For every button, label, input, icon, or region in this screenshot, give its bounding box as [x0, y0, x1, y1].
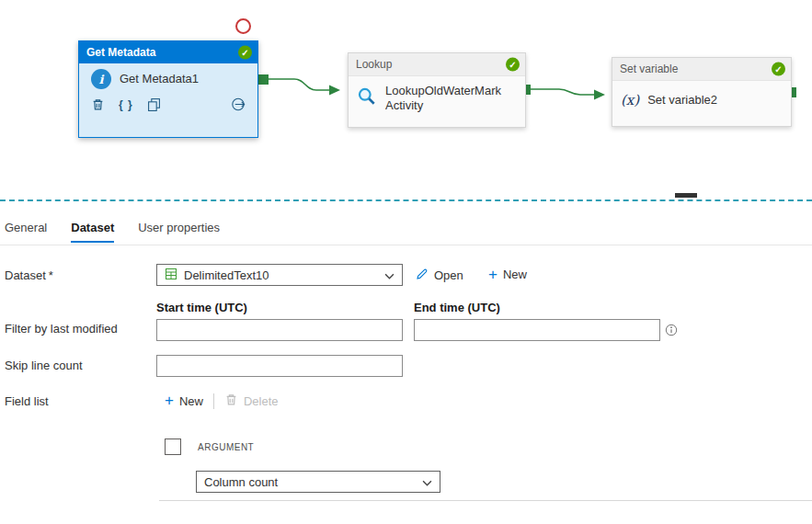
- set-variable-icon: (x): [621, 92, 639, 108]
- activity-header[interactable]: Set variable ✓: [612, 58, 791, 81]
- delete-activity-icon[interactable]: [91, 97, 105, 111]
- plus-icon: +: [165, 394, 174, 407]
- success-check-icon: ✓: [772, 63, 785, 76]
- dataset-selected-value: DelimitedText10: [184, 268, 269, 282]
- connector-arrow-icon: [594, 90, 605, 100]
- start-time-header: Start time (UTC): [156, 301, 247, 314]
- activity-lookup[interactable]: Lookup ✓ LookupOldWaterMark Activity: [348, 52, 526, 128]
- skip-line-count-input[interactable]: [156, 355, 403, 377]
- new-dataset-button[interactable]: + New: [488, 268, 527, 281]
- dataset-label: Dataset*: [5, 268, 53, 282]
- delete-field-button[interactable]: Delete: [224, 393, 279, 409]
- toolbar-divider: [213, 393, 214, 409]
- lookup-icon: [357, 86, 377, 110]
- tabs-divider: [0, 245, 812, 245]
- activity-header[interactable]: Get Metadata ✓: [79, 41, 257, 63]
- success-check-icon: ✓: [238, 46, 252, 60]
- tab-general[interactable]: General: [5, 221, 47, 243]
- row-divider: [159, 500, 812, 501]
- chevron-down-icon: [384, 268, 395, 282]
- activity-get-metadata[interactable]: Get Metadata ✓ i Get Metadata1 { }: [78, 40, 258, 138]
- splitter-handle[interactable]: [675, 193, 697, 198]
- argument-value-dropdown[interactable]: Column count: [196, 471, 440, 493]
- get-metadata-icon: i: [91, 69, 111, 89]
- filter-by-last-modified-label: Filter by last modified: [5, 322, 118, 336]
- tab-dataset[interactable]: Dataset: [71, 221, 114, 243]
- new-field-button[interactable]: + New: [165, 394, 203, 408]
- dataset-dropdown[interactable]: DelimitedText10: [156, 264, 403, 286]
- skip-line-count-label: Skip line count: [5, 359, 83, 372]
- panel-splitter[interactable]: [0, 199, 812, 201]
- field-list-label: Field list: [5, 394, 49, 408]
- success-check-icon: ✓: [506, 58, 520, 72]
- output-port-get-metadata[interactable]: [258, 74, 269, 85]
- connector-arrow-icon: [329, 85, 340, 96]
- annotation-circle: [235, 18, 251, 34]
- activity-type-label: Set variable: [620, 63, 678, 75]
- goto-activity-icon[interactable]: [231, 97, 246, 112]
- plus-icon: +: [488, 268, 497, 281]
- pipeline-editor: Get Metadata ✓ i Get Metadata1 { } Looku…: [0, 0, 812, 524]
- field-list-toolbar: + New Delete: [165, 393, 279, 409]
- dataset-file-icon: [165, 268, 177, 283]
- start-time-input[interactable]: [156, 319, 403, 341]
- activity-name: Set variable2: [647, 93, 717, 108]
- tab-bar: General Dataset User properties: [5, 221, 220, 243]
- argument-selected-value: Column count: [204, 475, 278, 489]
- required-marker: *: [49, 268, 53, 282]
- argument-column-header: ARGUMENT: [198, 442, 254, 452]
- end-time-header: End time (UTC): [414, 301, 500, 314]
- open-dataset-button[interactable]: Open: [416, 268, 463, 283]
- activity-name: LookupOldWaterMark Activity: [385, 84, 514, 114]
- pencil-icon: [416, 268, 429, 283]
- clone-activity-icon[interactable]: [147, 97, 161, 111]
- code-braces-icon[interactable]: { }: [119, 98, 133, 111]
- tab-user-properties[interactable]: User properties: [138, 221, 220, 243]
- activity-type-label: Lookup: [356, 58, 392, 71]
- chevron-down-icon: [422, 475, 432, 489]
- activity-set-variable[interactable]: Set variable ✓ (x) Set variable2: [612, 57, 792, 127]
- activity-name: Get Metadata1: [120, 72, 199, 86]
- info-icon: [665, 324, 678, 340]
- activity-header[interactable]: Lookup ✓: [349, 53, 525, 76]
- end-time-input[interactable]: [414, 319, 660, 341]
- trash-icon: [224, 393, 238, 409]
- activity-type-label: Get Metadata: [86, 46, 155, 59]
- argument-select-all-checkbox[interactable]: [165, 439, 181, 455]
